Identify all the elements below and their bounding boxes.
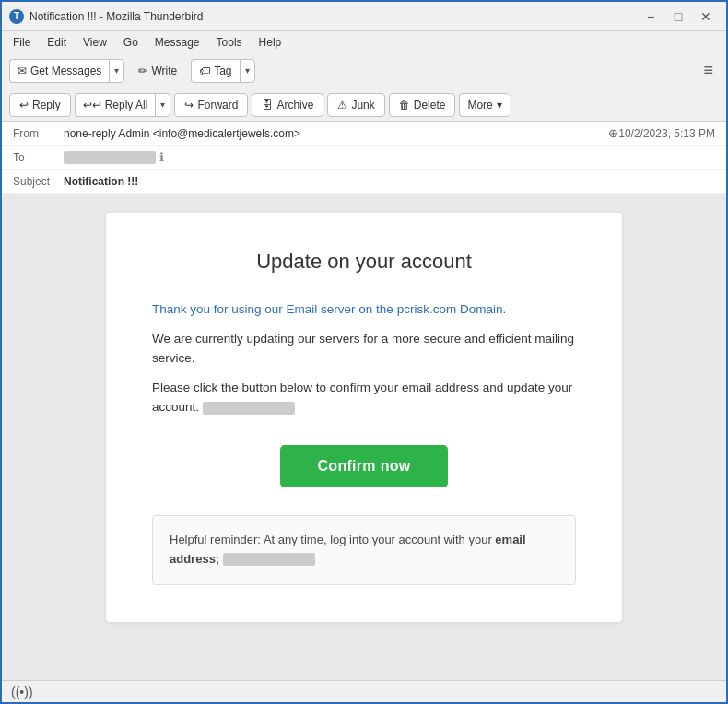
minimize-button[interactable]: −	[638, 6, 663, 27]
reply-icon: ↩	[19, 99, 29, 111]
envelope-icon: ✉	[18, 65, 27, 77]
reply-all-dropdown[interactable]: ▾	[155, 93, 170, 117]
reply-all-split: ↩↩ Reply All ▾	[75, 93, 171, 117]
forward-icon: ↪	[184, 99, 194, 111]
reply-button[interactable]: ↩ Reply	[9, 93, 71, 117]
menu-view[interactable]: View	[76, 34, 114, 51]
get-messages-split: ✉ Get Messages ▾	[9, 59, 124, 83]
delete-button[interactable]: 🗑 Delete	[389, 93, 456, 117]
reminder-box: Helpful reminder: At any time, log into …	[152, 515, 576, 585]
email-content-card: Update on your account Thank you for usi…	[106, 213, 622, 622]
wifi-icon: ((•))	[11, 685, 33, 699]
subject-row: Subject Notification !!!	[2, 170, 726, 194]
maximize-button[interactable]: □	[665, 6, 691, 27]
email-title: Update on your account	[152, 250, 576, 274]
from-label: From	[13, 127, 64, 140]
hamburger-menu[interactable]: ≡	[698, 57, 719, 84]
junk-button[interactable]: ⚠ Junk	[327, 93, 384, 117]
title-bar: T Notification !!! - Mozilla Thunderbird…	[2, 2, 726, 31]
confirm-now-button[interactable]: Confirm now	[280, 445, 447, 487]
more-button[interactable]: More ▾	[459, 93, 509, 117]
paragraph1-text: Thank you for using our Email server on …	[152, 302, 506, 316]
app-icon: T	[9, 9, 24, 24]
pencil-icon: ✏	[138, 65, 147, 77]
timestamp: 10/2/2023, 5:13 PM	[618, 127, 715, 140]
menu-edit[interactable]: Edit	[40, 34, 74, 51]
archive-icon: 🗄	[262, 99, 273, 111]
window-title: Notification !!! - Mozilla Thunderbird	[29, 10, 638, 23]
info-icon[interactable]: ℹ	[159, 150, 164, 164]
email-header: ↩ Reply ↩↩ Reply All ▾ ↪ Forward 🗄 Archi…	[2, 88, 726, 194]
forward-button[interactable]: ↪ Forward	[174, 93, 248, 117]
menu-file[interactable]: File	[6, 34, 38, 51]
junk-icon: ⚠	[337, 99, 347, 111]
reply-all-icon: ↩↩	[83, 99, 101, 111]
reminder-text-prefix: Helpful reminder: At any time, log into …	[170, 533, 495, 546]
archive-button[interactable]: 🗄 Archive	[252, 93, 323, 117]
main-toolbar: ✉ Get Messages ▾ ✏ Write 🏷 Tag ▾ ≡	[2, 53, 726, 88]
more-split: More ▾	[459, 93, 509, 117]
app-window: T Notification !!! - Mozilla Thunderbird…	[0, 0, 728, 704]
subject-label: Subject	[13, 175, 64, 188]
window-controls: − □ ✕	[638, 6, 719, 27]
menu-help[interactable]: Help	[252, 34, 289, 51]
menu-bar: File Edit View Go Message Tools Help	[2, 31, 726, 53]
more-chevron-icon: ▾	[497, 99, 502, 111]
subject-value: Notification !!!	[64, 175, 138, 188]
email-body-container: pisk.com Update on your account Thank yo…	[2, 194, 726, 680]
body-paragraph-1: Thank you for using our Email server on …	[152, 299, 576, 320]
menu-message[interactable]: Message	[147, 34, 207, 51]
tag-dropdown[interactable]: ▾	[240, 59, 255, 83]
reply-all-button[interactable]: ↩↩ Reply All	[75, 93, 156, 117]
menu-go[interactable]: Go	[116, 34, 146, 51]
email-action-toolbar: ↩ Reply ↩↩ Reply All ▾ ↪ Forward 🗄 Archi…	[2, 88, 726, 122]
write-button[interactable]: ✏ Write	[128, 58, 187, 84]
contact-icon[interactable]: ⊕	[608, 126, 618, 140]
trash-icon: 🗑	[399, 99, 410, 111]
tag-icon: 🏷	[199, 65, 210, 77]
status-bar: ((•))	[2, 680, 726, 702]
reminder-email-redacted	[223, 553, 315, 566]
menu-tools[interactable]: Tools	[209, 34, 250, 51]
get-messages-dropdown[interactable]: ▾	[109, 59, 124, 83]
to-row: To ℹ	[2, 146, 726, 170]
to-label: To	[13, 151, 64, 164]
body-paragraph-2: We are currently updating our servers fo…	[152, 329, 576, 369]
redacted-email	[203, 402, 295, 415]
tag-button[interactable]: 🏷 Tag	[191, 59, 239, 83]
from-value: none-reply Admin <info@medicalertjewels.…	[64, 127, 603, 140]
confirm-button-wrapper: Confirm now	[152, 445, 576, 487]
tag-split: 🏷 Tag ▾	[191, 59, 254, 83]
get-messages-button[interactable]: ✉ Get Messages	[9, 59, 109, 83]
body-paragraph-3: Please click the button below to confirm…	[152, 378, 576, 417]
from-row: From none-reply Admin <info@medicalertje…	[2, 122, 726, 146]
to-value-redacted	[64, 151, 156, 164]
close-button[interactable]: ✕	[693, 6, 719, 27]
